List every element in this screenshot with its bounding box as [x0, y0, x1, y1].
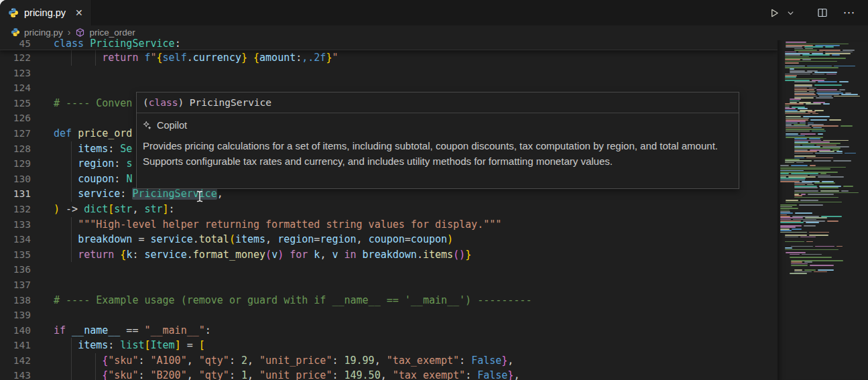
code-text [40, 111, 54, 126]
minimap-line [785, 111, 806, 113]
code-line[interactable]: 133 """High-level helper returning forma… [0, 217, 778, 233]
minimap-line [839, 89, 845, 90]
minimap-line [829, 119, 841, 121]
run-button[interactable] [766, 5, 782, 21]
line-number[interactable]: 128 [0, 141, 40, 157]
minimap-line [820, 190, 839, 192]
code-line[interactable]: 142 {"sku": "A100", "qty": 2, "unit_pric… [0, 353, 778, 369]
line-number[interactable]: 125 [0, 96, 40, 111]
line-number[interactable]: 123 [0, 66, 40, 81]
line-number[interactable]: 122 [0, 50, 40, 66]
code-line[interactable]: 132) -> dict[str, str]: [0, 202, 778, 217]
run-icon [769, 8, 780, 18]
minimap-line [780, 217, 803, 218]
mouse-ibeam-cursor [196, 190, 204, 205]
tab-pricing-py[interactable]: pricing.py ✕ [0, 0, 92, 25]
line-number[interactable]: 137 [0, 277, 40, 293]
more-actions-button[interactable]: ⋯ [841, 5, 857, 21]
code-area[interactable]: 45class PricingService: 122 return f"{se… [0, 39, 778, 380]
minimap-line [808, 194, 834, 195]
line-number[interactable]: 139 [0, 308, 40, 323]
code-line[interactable]: 123 [0, 66, 778, 81]
line-number[interactable]: 129 [0, 156, 40, 172]
minimap-line [794, 147, 841, 149]
minimap-line [780, 178, 806, 179]
line-number[interactable]: 126 [0, 111, 40, 126]
code-text: class PricingService: [40, 39, 181, 50]
line-number[interactable]: 143 [0, 368, 40, 380]
minimap-line [794, 151, 817, 152]
code-line[interactable]: 135 return {k: service.format_money(v) f… [0, 247, 778, 263]
code-text: region: s [40, 156, 132, 172]
breadcrumb-item-file[interactable]: pricing.py [24, 27, 63, 38]
minimap-line [815, 153, 843, 154]
line-number[interactable]: 124 [0, 80, 40, 96]
minimap-line [785, 160, 812, 162]
minimap-line [812, 74, 824, 75]
minimap[interactable] [778, 40, 868, 380]
minimap-line [814, 271, 826, 273]
line-number[interactable]: 140 [0, 323, 40, 338]
line-number[interactable]: 136 [0, 262, 40, 277]
code-text [40, 66, 54, 81]
minimap-line [809, 91, 815, 92]
code-line[interactable]: 136 [0, 262, 778, 277]
line-number[interactable]: 127 [0, 126, 40, 141]
run-dropdown-button[interactable] [785, 5, 796, 21]
line-number[interactable]: 141 [0, 338, 40, 353]
minimap-line [843, 186, 854, 187]
code-text: # ---- Example usage (remove or guard wi… [40, 293, 532, 308]
minimap-line [785, 249, 839, 251]
code-line[interactable]: 122 return f"{self.currency} {amount:,.2… [0, 50, 778, 66]
minimap-line [785, 62, 799, 64]
code-line[interactable]: 141 items: list[Item] = [ [0, 338, 778, 353]
code-line[interactable]: 137 [0, 277, 778, 293]
minimap-line [814, 110, 824, 111]
minimap-line [834, 96, 860, 97]
hover-body: Copilot Provides pricing calculations fo… [137, 113, 739, 169]
code-line[interactable]: 134 breakdown = service.total(items, reg… [0, 232, 778, 247]
line-number[interactable]: 130 [0, 172, 40, 187]
line-number[interactable]: 138 [0, 293, 40, 308]
sticky-scroll[interactable]: 45class PricingService: [0, 39, 778, 50]
line-number[interactable]: 132 [0, 202, 40, 217]
minimap-line [785, 235, 807, 236]
line-number[interactable]: 134 [0, 232, 40, 247]
minimap-line [792, 229, 802, 230]
minimap-line [791, 261, 802, 263]
minimap-line [818, 94, 840, 95]
minimap-line [794, 155, 816, 157]
line-number[interactable]: 135 [0, 247, 40, 263]
minimap-line [798, 108, 808, 109]
minimap-line [810, 119, 828, 121]
minimap-line [812, 113, 818, 115]
minimap-line [802, 59, 811, 60]
code-line[interactable]: 143 {"sku": "B200", "qty": 1, "unit_pric… [0, 368, 778, 380]
minimap-line [780, 227, 796, 228]
minimap-line [794, 50, 817, 51]
line-number[interactable]: 142 [0, 353, 40, 369]
close-icon[interactable]: ✕ [75, 8, 83, 17]
minimap-line [785, 52, 796, 53]
split-editor-button[interactable] [814, 5, 830, 21]
minimap-line [786, 252, 806, 253]
code-line[interactable]: 140if __name__ == "__main__": [0, 323, 778, 338]
code-line[interactable]: 45class PricingService: [0, 39, 778, 50]
hover-signature: (class) PricingService [137, 92, 739, 113]
copilot-label: Copilot [157, 120, 187, 131]
minimap-line [808, 111, 816, 113]
line-number[interactable]: 45 [0, 39, 40, 50]
code-line[interactable]: 138# ---- Example usage (remove or guard… [0, 293, 778, 308]
code-line[interactable]: 139 [0, 308, 778, 323]
minimap-line [802, 54, 830, 56]
code-text: {"sku": "B200", "qty": 1, "unit_price": … [40, 368, 519, 380]
minimap-line [804, 225, 816, 227]
minimap-line [780, 173, 789, 174]
code-text: items: list[Item] = [ [40, 338, 205, 353]
editor-actions: ⋯ [766, 0, 868, 25]
minimap-line [800, 237, 816, 238]
line-number[interactable]: 133 [0, 217, 40, 233]
line-number[interactable]: 131 [0, 186, 40, 202]
minimap-line [780, 168, 830, 170]
breadcrumb-item-symbol[interactable]: price_order [89, 27, 135, 38]
